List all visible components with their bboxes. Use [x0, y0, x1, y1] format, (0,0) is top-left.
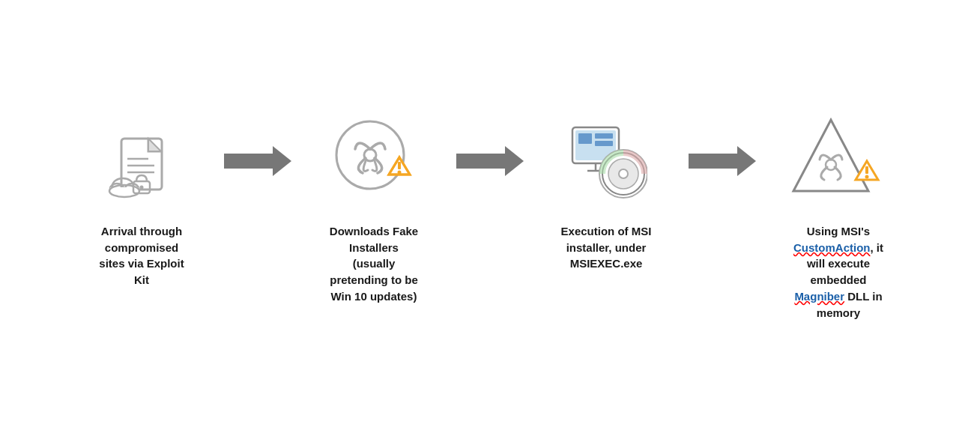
svg-point-11 — [140, 185, 144, 189]
step-3: Execution of MSIinstaller, underMSIEXEC.… — [524, 112, 689, 272]
arrow-1 — [224, 112, 291, 180]
svg-rect-26 — [595, 141, 613, 146]
svg-point-36 — [865, 175, 869, 178]
step4-icon-area — [790, 112, 887, 210]
arrow-2 — [456, 112, 524, 180]
arrow-icon-3 — [689, 142, 756, 180]
step2-icon-area — [325, 112, 423, 210]
step4-label: Using MSI'sCustomAction, itwill executee… — [793, 223, 883, 321]
svg-rect-25 — [595, 133, 613, 139]
svg-rect-35 — [865, 166, 868, 174]
svg-marker-31 — [689, 146, 756, 176]
step-4: Using MSI'sCustomAction, itwill executee… — [756, 112, 921, 321]
svg-point-18 — [398, 170, 402, 174]
svg-marker-1 — [148, 139, 161, 151]
step1-label: Arrival throughcompromisedsites via Expl… — [99, 223, 184, 288]
arrow-3 — [689, 112, 756, 180]
step1-icon-area — [93, 112, 190, 210]
custom-action-link: CustomAction — [793, 241, 871, 254]
arrow-icon-2 — [456, 142, 524, 180]
arrow-icon-1 — [224, 142, 291, 180]
svg-marker-12 — [224, 146, 291, 176]
magniber-link: Magniber — [794, 290, 844, 303]
step3-label: Execution of MSIinstaller, underMSIEXEC.… — [561, 223, 652, 272]
svg-rect-24 — [578, 133, 592, 144]
step3-icon-area — [557, 112, 655, 210]
svg-point-30 — [619, 169, 628, 178]
step2-label: Downloads FakeInstallers(usuallypretendi… — [330, 223, 418, 305]
computer-msi-icon — [565, 120, 647, 202]
diagram-container: Arrival throughcompromisedsites via Expl… — [0, 97, 980, 336]
step-1: Arrival throughcompromisedsites via Expl… — [59, 112, 224, 288]
triangle-biohazard-icon — [790, 116, 887, 206]
cloud-document-icon — [100, 120, 183, 202]
biohazard-circle-icon — [329, 116, 419, 206]
svg-marker-19 — [456, 146, 524, 176]
svg-point-13 — [336, 121, 404, 189]
svg-rect-17 — [398, 162, 401, 169]
step-2: Downloads FakeInstallers(usuallypretendi… — [291, 112, 456, 305]
